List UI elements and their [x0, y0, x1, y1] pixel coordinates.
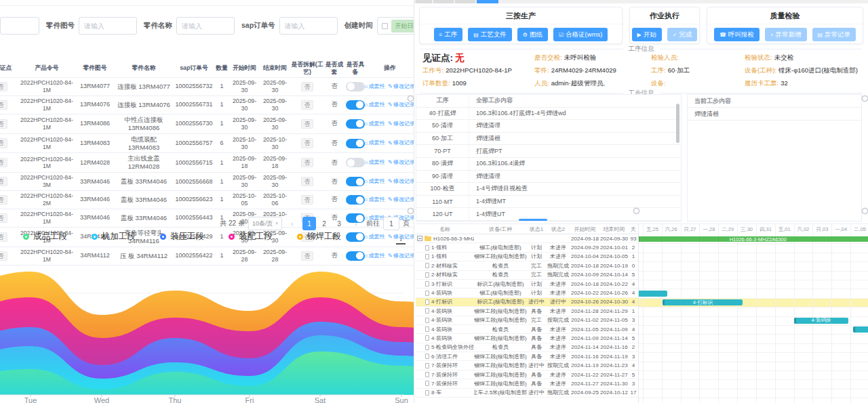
- collapse-icon[interactable]: [417, 236, 422, 241]
- button-合格证(wms)[interactable]: ☑合格证(wms): [553, 28, 608, 41]
- action-link-成套性[interactable]: ⌂成套性: [365, 102, 385, 108]
- button-工艺文件[interactable]: ▤工艺文件: [468, 28, 512, 41]
- table-row[interactable]: 否2022HPCH1020-84-1M13RM4077连接板 13RM40771…: [0, 78, 414, 96]
- gantt-task-row[interactable]: 7·装保持环铆焊工段(核电制造部)具备未进序2024-11-272024-11-…: [416, 379, 638, 388]
- ready-toggle[interactable]: [346, 251, 365, 261]
- button-开始[interactable]: ▶开始: [632, 28, 662, 41]
- gantt-task-row[interactable]: 8·车立车-2.5米(核电制造部)进行中拖期完成2024-09-252024-1…: [416, 389, 638, 398]
- table-row[interactable]: 否2022HPCH1020-84-1M12RM4028主出线盒盖 12RM402…: [0, 153, 414, 173]
- action-link-成套性[interactable]: ⌂成套性: [365, 178, 385, 185]
- step-row[interactable]: 80·满焊106.3和106.4满焊: [416, 158, 681, 171]
- action-link-修改记录[interactable]: ✎修改记录: [388, 178, 414, 185]
- action-link-修改记录[interactable]: ✎修改记录: [388, 253, 414, 259]
- page-button-1[interactable]: 1: [302, 217, 316, 230]
- action-link-成套性[interactable]: ⌂成套性: [365, 159, 385, 166]
- step-row[interactable]: 120·UT1-4焊缝UT: [416, 208, 681, 221]
- action-link-修改记录[interactable]: ✎修改记录: [388, 83, 414, 90]
- button-完成[interactable]: ✓完成: [667, 28, 698, 41]
- splitter-handle[interactable]: [862, 208, 868, 214]
- step-row[interactable]: 90·清理焊缝清理: [416, 171, 681, 184]
- splitter-handle[interactable]: [408, 96, 414, 102]
- button-异常新增[interactable]: +异常新增: [765, 28, 807, 41]
- ready-toggle[interactable]: [346, 100, 365, 110]
- table-row[interactable]: 否2022HPCH1020-84-1M13RM4086中性点连接板 13RM40…: [0, 114, 414, 134]
- step-row[interactable]: 70·PT打底焊PT: [416, 145, 681, 158]
- action-link-修改记录[interactable]: ✎修改记录: [388, 121, 414, 127]
- date-range-picker[interactable]: 开始日期-结束日期: [377, 17, 414, 35]
- action-link-修改记录[interactable]: ✎修改记录: [388, 196, 414, 203]
- button-图纸[interactable]: ⚙图纸: [517, 28, 548, 41]
- ready-toggle[interactable]: [346, 119, 365, 129]
- page-button-2[interactable]: 2: [317, 217, 331, 230]
- gantt-task-row[interactable]: 4·打标识标识工(核电制造部)进行中进行中2024-10-262024-10-3…: [416, 298, 638, 307]
- gantt-task-row[interactable]: 4·装码块铆焊工段(核电制造部)具备未进序2024-11-282024-11-2…: [416, 307, 638, 316]
- table-row[interactable]: 否2022HPCH1020-84-2M33RM4046盖板 33RM404610…: [0, 191, 414, 209]
- gantt-task-row[interactable]: 4·装码块检查员具备未进序2024-11-052024-11-094: [416, 325, 638, 334]
- cut-filter-input[interactable]: [0, 17, 39, 35]
- jump-page-input[interactable]: [383, 217, 399, 230]
- gantt-task-row[interactable]: H1026-66-3·MHZ2A63002024-09-182024-09-30…: [416, 234, 638, 243]
- action-link-成套性[interactable]: ⌂成套性: [365, 234, 385, 240]
- button-呼叫报检[interactable]: ☎呼叫报检: [714, 28, 760, 41]
- button-异常记录[interactable]: ▤异常记录: [812, 28, 856, 41]
- action-link-修改记录[interactable]: ✎修改记录: [388, 159, 414, 166]
- download-icon[interactable]: ↓: [396, 234, 406, 245]
- tab-sliver[interactable]: [433, 0, 454, 3]
- gantt-task-row[interactable]: 5·检查码全块外径检查员具备未进序2024-11-142024-11-162: [416, 343, 638, 352]
- step-row[interactable]: 110·MT1-4焊缝MT: [416, 196, 681, 209]
- gantt-bar-summary[interactable]: H1026-66-3·MHZ2A6300: [638, 236, 868, 242]
- action-link-成套性[interactable]: ⌂成套性: [365, 83, 385, 90]
- gantt-task-row[interactable]: 4·装码块铆工(核电制造部)计划未进序2024-10-222024-10-264: [416, 289, 638, 297]
- gantt-bar[interactable]: 4·打标识: [663, 299, 743, 305]
- tab-sliver[interactable]: [455, 0, 475, 3]
- ready-toggle[interactable]: [346, 177, 365, 186]
- step-row[interactable]: 60·加工焊缝清根: [416, 133, 681, 146]
- legend-item-3[interactable]: 装配工段: [229, 231, 273, 242]
- action-link-成套性[interactable]: ⌂成套性: [365, 140, 385, 146]
- table-row[interactable]: 否2022HPCH1020-84-3M33RM4046盖板 33RM404610…: [0, 173, 414, 191]
- gantt-bar[interactable]: [638, 291, 667, 297]
- step-row[interactable]: 50·清理焊缝清理: [416, 120, 681, 133]
- action-link-成套性[interactable]: ⌂成套性: [365, 196, 385, 203]
- ready-toggle[interactable]: [346, 232, 365, 242]
- action-link-成套性[interactable]: ⌂成套性: [365, 253, 385, 259]
- filter-input-1[interactable]: [176, 17, 235, 35]
- gantt-task-row[interactable]: 4·装码块铆焊工段(核电制造部)具备未进序2024-11-092024-11-1…: [416, 334, 638, 343]
- action-link-成套性[interactable]: ⌂成套性: [365, 121, 385, 127]
- filter-input-0[interactable]: [79, 17, 137, 35]
- step-row[interactable]: 100·检查1-4号焊缝目视检查: [416, 183, 681, 196]
- gantt-task-row[interactable]: 4·装码块铆焊工段(核电制造部)完工按期完成2024-11-022024-11-…: [416, 316, 638, 325]
- button-工序[interactable]: ≡工序: [434, 28, 463, 41]
- splitter-handle[interactable]: [862, 96, 868, 102]
- gantt-task-row[interactable]: 6·清理工件铆焊工段(核电制造部)具备未进序2024-11-162024-11-…: [416, 352, 638, 361]
- gantt-task-row[interactable]: 1·领料铆工(核电制造部)计划未进序2024-09-292024-10-012: [416, 243, 638, 252]
- ready-toggle[interactable]: [346, 82, 365, 91]
- table-row[interactable]: 否2022HPCH1020-84-1M13RM4083电缆装配 13RM4083…: [0, 134, 414, 154]
- gantt-task-row[interactable]: 1·领料铆焊工段(核电制造部)计划未进序2024-10-042024-10-05…: [416, 253, 638, 261]
- gantt-bar[interactable]: 4·装码块: [794, 318, 849, 324]
- splitter-handle[interactable]: [633, 208, 639, 214]
- legend-item-2[interactable]: 装压工段: [160, 231, 204, 242]
- gantt-task-row[interactable]: 3·打标识标识工(核电制造部)计划未进序2024-10-182024-10-22…: [416, 280, 638, 289]
- vertical-scrollbar[interactable]: [676, 104, 679, 143]
- gantt-task-row[interactable]: 2·材料核实检查员完工拖期完成2024-10-182024-10-190: [416, 261, 638, 270]
- ready-toggle[interactable]: [346, 158, 365, 167]
- gantt-task-row[interactable]: 7·装保持环铆焊工段(核电制造部)进行中按期完成2024-11-192024-1…: [416, 361, 638, 370]
- action-link-修改记录[interactable]: ✎修改记录: [388, 140, 414, 146]
- legend-item-0[interactable]: 成品工段: [23, 231, 67, 242]
- page-size-select[interactable]: 10条/页 ▾: [248, 217, 282, 230]
- step-row[interactable]: 40·打底焊106.3和106.4打底焊1-4号焊缝wd: [416, 108, 681, 121]
- table-row[interactable]: 否2022HPCH1020-84-1M13RM4076连接板 13RM40761…: [0, 96, 414, 114]
- tab-sliver-active[interactable]: [477, 0, 498, 3]
- horizontal-scrollbar[interactable]: [519, 219, 547, 221]
- gantt-bar[interactable]: [853, 326, 868, 333]
- action-link-修改记录[interactable]: ✎修改记录: [388, 102, 414, 108]
- legend-item-1[interactable]: 机加工段: [92, 231, 136, 242]
- ready-toggle[interactable]: [346, 195, 365, 205]
- page-button-3[interactable]: 3: [332, 217, 346, 230]
- filter-input-2[interactable]: [279, 17, 338, 35]
- splitter-handle[interactable]: [408, 208, 414, 214]
- next-page-button[interactable]: ›: [349, 217, 363, 230]
- legend-item-4[interactable]: 铆焊工段: [297, 231, 341, 242]
- ready-toggle[interactable]: [346, 139, 365, 148]
